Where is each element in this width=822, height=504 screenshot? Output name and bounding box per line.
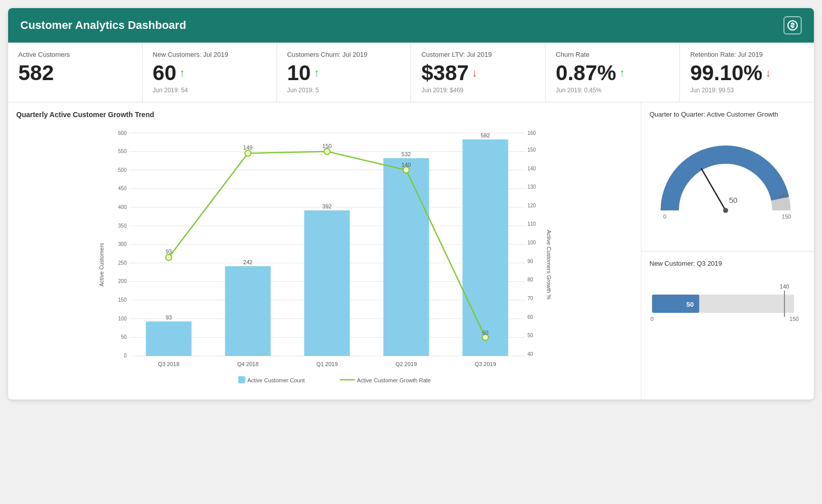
svg-text:70: 70 [528,296,534,301]
svg-text:Active Customer Growth Rate: Active Customer Growth Rate [357,377,431,383]
svg-text:140: 140 [780,283,789,290]
svg-text:149: 149 [243,145,252,151]
horizontal-bar-title: New Customer: Q3 2019 [649,260,806,267]
kpi-new-customers-label: New Customers: Jul 2019 [153,51,266,58]
svg-text:50: 50 [687,301,694,308]
kpi-churn-rate-sub: Jun 2019: 0.45% [556,87,669,94]
svg-text:120: 120 [528,203,536,208]
kpi-row: Active Customers 582 New Customers: Jul … [8,43,814,102]
kpi-churn-rate-label: Churn Rate [556,51,669,58]
svg-text:0: 0 [650,316,654,322]
svg-text:Q3 2018: Q3 2018 [158,361,179,367]
bar-q3-2018 [146,321,192,356]
svg-text:Q4 2018: Q4 2018 [237,361,258,367]
svg-text:Active Customer Count: Active Customer Count [248,377,305,383]
kpi-retention-value: 99.10% [690,61,762,85]
svg-text:100: 100 [118,316,127,321]
bar-chart-title: Quarterly Active Customer Growth Trend [16,111,633,119]
svg-text:350: 350 [118,223,127,229]
kpi-churn-sub: Jun 2019: 5 [287,87,401,94]
gauge-needle [702,169,726,210]
header-icon [783,16,802,34]
svg-text:100: 100 [528,240,536,245]
bar-chart-svg: Active Customers Active Customers Growth… [16,123,633,391]
svg-text:80: 80 [528,277,534,282]
svg-text:50: 50 [528,333,534,338]
kpi-churn-arrow: ↑ [314,66,319,80]
kpi-retention-arrow: ↓ [766,66,771,80]
svg-text:50: 50 [729,196,738,204]
svg-text:140: 140 [528,166,536,171]
kpi-ltv-label: Customer LTV: Jul 2019 [421,51,535,58]
svg-text:250: 250 [118,260,127,266]
svg-text:582: 582 [481,132,490,138]
svg-text:450: 450 [118,186,127,191]
kpi-ltv-arrow: ↓ [472,66,477,80]
hbar-svg: 50 140 0 150 [649,279,802,330]
svg-text:Q2 2019: Q2 2019 [395,361,417,367]
svg-text:0: 0 [124,353,127,358]
kpi-churn: Customers Churn: Jul 2019 10 ↑ Jun 2019:… [277,43,412,102]
svg-text:150: 150 [528,147,536,153]
gauge-svg: 0 150 140 50 [649,124,802,226]
kpi-active-customers-label: Active Customers [18,51,132,58]
kpi-churn-rate-value: 0.87% [556,61,616,85]
svg-text:60: 60 [528,314,534,320]
svg-text:50: 50 [482,330,488,336]
svg-rect-59 [238,376,246,383]
svg-text:400: 400 [118,204,127,210]
svg-text:110: 110 [528,221,536,227]
svg-text:600: 600 [118,130,127,136]
line-dot-q3-2018 [166,255,172,261]
kpi-new-customers-sub: Jun 2019: 54 [153,87,266,94]
svg-text:500: 500 [118,167,127,173]
kpi-ltv-value: $387 [421,61,468,85]
kpi-ltv: Customer LTV: Jul 2019 $387 ↓ Jun 2019: … [411,43,545,102]
svg-text:392: 392 [322,203,331,209]
left-panel: Quarterly Active Customer Growth Trend A… [8,102,641,400]
svg-text:Q1 2019: Q1 2019 [316,361,337,367]
svg-text:160: 160 [528,130,536,136]
kpi-ltv-sub: Jun 2019: $469 [421,87,535,94]
svg-text:90: 90 [528,259,534,264]
svg-text:50: 50 [121,334,127,340]
svg-text:150: 150 [790,316,799,322]
svg-text:93: 93 [165,248,172,255]
horizontal-bar-section: New Customer: Q3 2019 50 140 0 150 [641,251,814,400]
svg-text:150: 150 [782,213,791,220]
svg-text:200: 200 [118,278,127,284]
bar-q2-2019 [384,158,429,356]
kpi-retention: Retention Rate: Jul 2019 99.10% ↓ Jun 20… [680,43,814,102]
svg-text:140: 140 [401,162,410,168]
gauge-section: Quarter to Quarter: Active Customer Grow… [641,102,814,251]
kpi-active-customers-value: 582 [18,61,132,85]
svg-text:242: 242 [243,259,252,265]
svg-text:550: 550 [118,149,127,154]
svg-text:140: 140 [778,193,787,199]
kpi-new-customers: New Customers: Jul 2019 60 ↑ Jun 2019: 5… [143,43,277,102]
dashboard-title: Customer Analytics Dashboard [20,19,186,32]
right-panel: Quarter to Quarter: Active Customer Grow… [641,102,814,400]
kpi-retention-label: Retention Rate: Jul 2019 [690,51,804,58]
kpi-churn-value: 10 [287,61,311,85]
svg-text:532: 532 [401,151,410,157]
bar-chart-container: Active Customers Active Customers Growth… [16,123,633,391]
svg-text:0: 0 [663,213,666,220]
svg-text:Active Customers: Active Customers [98,243,105,287]
svg-text:150: 150 [322,143,331,149]
line-dot-q1-2019 [324,149,330,155]
gauge-section-title: Quarter to Quarter: Active Customer Grow… [649,111,806,118]
svg-text:40: 40 [528,351,534,357]
kpi-active-customers: Active Customers 582 [8,43,143,102]
line-dot-q4-2018 [245,150,251,156]
bar-q1-2019 [304,210,350,356]
svg-text:Q3 2019: Q3 2019 [474,361,496,367]
svg-point-63 [723,208,728,213]
dashboard: Customer Analytics Dashboard Active Cust… [8,8,814,400]
line-dot-q2-2019 [403,167,409,173]
main-content: Quarterly Active Customer Growth Trend A… [8,102,814,400]
kpi-churn-rate-arrow: ↑ [619,66,625,80]
kpi-new-customers-arrow: ↑ [180,66,185,80]
dashboard-header: Customer Analytics Dashboard [8,8,814,43]
svg-text:150: 150 [118,297,127,303]
